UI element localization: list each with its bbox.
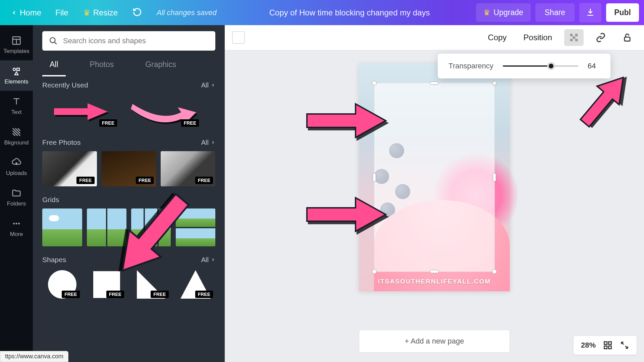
svg-point-8	[18, 223, 20, 225]
element-thumb-curved-arrow[interactable]: FREE	[124, 94, 201, 129]
see-all-button[interactable]: All	[201, 81, 215, 89]
download-button[interactable]	[579, 3, 601, 22]
canvas-area: Copy Position Transparency 64	[225, 25, 644, 362]
elements-icon	[11, 66, 21, 76]
resize-handle[interactable]	[493, 173, 496, 182]
tool-sidebar: Templates Elements Text Bkground Uploads…	[0, 25, 33, 362]
resize-button[interactable]: ♛ Resize	[76, 5, 124, 21]
crown-icon: ♛	[483, 8, 490, 17]
slider-handle[interactable]	[547, 62, 555, 70]
grid-thumb[interactable]	[42, 208, 82, 246]
text-icon	[11, 97, 21, 107]
sidebar-item-text[interactable]: Text	[0, 91, 33, 121]
free-badge: FREE	[195, 291, 213, 298]
sidebar-label: Text	[11, 109, 21, 116]
see-all-button[interactable]: All	[201, 256, 215, 264]
home-label: Home	[20, 8, 41, 17]
file-menu[interactable]: File	[47, 5, 76, 21]
resize-handle[interactable]	[430, 81, 439, 85]
link-icon	[596, 33, 606, 43]
annotation-arrow	[302, 99, 389, 142]
selection-overlay[interactable]	[374, 83, 495, 272]
shape-triangle[interactable]: FREE	[176, 268, 216, 300]
sidebar-item-uploads[interactable]: Uploads	[0, 152, 33, 182]
svg-marker-5	[15, 72, 18, 75]
section-recently-used: Recently Used All FREE FREE	[33, 76, 225, 134]
undo-icon	[132, 7, 142, 17]
color-swatch[interactable]	[232, 31, 245, 44]
resize-handle[interactable]	[372, 81, 377, 85]
photo-thumb[interactable]: FREE	[42, 151, 97, 186]
resize-handle[interactable]	[492, 269, 497, 274]
link-button[interactable]	[591, 29, 610, 46]
resize-handle[interactable]	[373, 173, 376, 182]
document-title[interactable]: Copy of How time blocking changed my day…	[223, 8, 476, 17]
section-title: Free Photos	[42, 138, 80, 146]
resize-handle[interactable]	[492, 81, 497, 85]
element-thumb-arrow[interactable]: FREE	[42, 94, 119, 129]
home-button[interactable]: Home	[5, 5, 47, 21]
zoom-level[interactable]: 28%	[581, 341, 596, 350]
sidebar-item-folders[interactable]: Folders	[0, 182, 33, 213]
browser-status-bar: ttps://www.canva.com	[0, 351, 68, 362]
svg-rect-15	[575, 39, 578, 42]
uploads-icon	[11, 158, 21, 168]
sidebar-label: Elements	[5, 78, 29, 85]
annotation-arrow	[302, 193, 389, 236]
copy-button[interactable]: Copy	[483, 29, 512, 46]
canvas-watermark: ITSASOUTHERNLIFEYALL.COM	[359, 278, 510, 285]
resize-label: Resize	[93, 8, 118, 17]
photo-thumb[interactable]: FREE	[102, 151, 156, 186]
sidebar-item-background[interactable]: Bkground	[0, 121, 33, 152]
chevron-right-icon	[211, 83, 215, 87]
svg-line-10	[54, 42, 57, 44]
svg-point-6	[13, 223, 15, 225]
position-button[interactable]: Position	[519, 29, 557, 46]
share-button[interactable]: Share	[535, 3, 575, 22]
transparency-popup: Transparency 64	[438, 54, 610, 78]
svg-point-7	[16, 223, 17, 225]
sidebar-label: Uploads	[6, 170, 27, 177]
panel-tabs: All Photos Graphics	[33, 55, 225, 76]
free-badge: FREE	[106, 291, 124, 298]
transparency-label: Transparency	[448, 62, 493, 70]
publish-button[interactable]: Publ	[606, 3, 639, 22]
zoom-controls: 28%	[574, 336, 637, 355]
tab-graphics[interactable]: Graphics	[138, 55, 183, 76]
see-all-button[interactable]: All	[201, 139, 215, 146]
tab-photos[interactable]: Photos	[83, 55, 121, 76]
fullscreen-icon[interactable]	[620, 341, 629, 350]
tab-all[interactable]: All	[42, 55, 66, 76]
svg-rect-19	[604, 346, 607, 349]
section-title: Shapes	[42, 256, 66, 264]
undo-button[interactable]	[124, 4, 150, 21]
sidebar-item-more[interactable]: More	[0, 213, 33, 243]
svg-rect-20	[608, 346, 611, 349]
add-page-button[interactable]: + Add a new page	[359, 330, 510, 353]
free-badge: FREE	[195, 177, 213, 184]
free-badge: FREE	[151, 291, 168, 298]
top-menu-bar: Home File ♛ Resize All changes saved Cop…	[0, 0, 644, 25]
transparency-icon	[569, 33, 579, 43]
svg-rect-12	[575, 34, 578, 37]
resize-handle[interactable]	[430, 270, 439, 273]
transparency-button[interactable]	[564, 29, 584, 46]
free-badge: FREE	[181, 119, 199, 127]
search-input[interactable]	[63, 37, 209, 45]
crown-icon: ♛	[83, 8, 91, 17]
transparency-slider[interactable]	[503, 65, 578, 67]
sidebar-item-templates[interactable]: Templates	[0, 30, 33, 60]
sidebar-label: More	[10, 231, 23, 238]
svg-rect-4	[17, 68, 19, 71]
svg-rect-13	[573, 36, 575, 39]
search-box[interactable]	[42, 31, 215, 51]
sidebar-item-elements[interactable]: Elements	[0, 60, 33, 91]
chevron-right-icon	[211, 140, 215, 145]
grid-view-icon[interactable]	[603, 341, 612, 350]
lock-button[interactable]	[618, 29, 637, 46]
canvas-page[interactable]: ITSASOUTHERNLIFEYALL.COM	[359, 63, 510, 291]
section-free-photos: Free Photos All FREE FREE FREE	[33, 134, 225, 191]
shape-circle[interactable]: FREE	[42, 268, 82, 300]
upgrade-button[interactable]: ♛ Upgrade	[476, 3, 531, 22]
resize-handle[interactable]	[372, 269, 377, 274]
